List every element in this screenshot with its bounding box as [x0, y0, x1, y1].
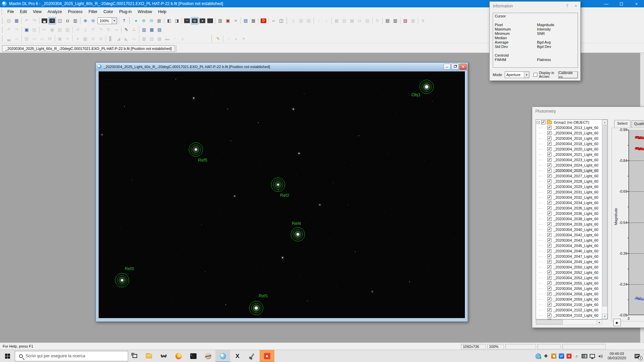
file-row[interactable]: ✓_20200304_2040_Light_60: [536, 227, 607, 232]
tree-collapse-icon[interactable]: −: [537, 121, 540, 124]
dropbox-tray-icon[interactable]: ❖: [542, 350, 550, 362]
file-row[interactable]: ✓_20200304_2043_Light_60: [536, 238, 607, 243]
free-rotate-button[interactable]: ↝: [112, 26, 120, 34]
file-label[interactable]: _20200304_2050_Light_60: [553, 265, 599, 269]
terminal-app[interactable]: >_: [186, 350, 201, 362]
mirror-horizontal-button[interactable]: ◧: [165, 17, 173, 24]
file-checkbox[interactable]: ✓: [547, 217, 551, 221]
camera-control-button[interactable]: ▣: [224, 17, 232, 24]
paste-into-button[interactable]: ▤: [56, 26, 64, 34]
file-row[interactable]: ✓_20200304_2102_Light_60: [536, 307, 607, 313]
file-checkbox[interactable]: ✓: [547, 190, 551, 194]
planetarium-app[interactable]: [201, 350, 215, 362]
pencil-button[interactable]: ✎: [122, 26, 130, 34]
file-label[interactable]: _20200304_2020_Light_60: [553, 147, 599, 151]
menu-edit[interactable]: Edit: [17, 8, 30, 15]
minimize-button[interactable]: —: [599, 0, 614, 7]
add-coordinates-button[interactable]: ±: [179, 35, 186, 42]
screen-control-button[interactable]: ▥: [216, 17, 224, 24]
toolbar-grip[interactable]: [211, 36, 213, 42]
batch-convert-button[interactable]: ↕: [323, 17, 330, 24]
table-import-button[interactable]: ▥: [140, 26, 148, 34]
file-checkbox[interactable]: ✓: [547, 201, 551, 205]
maxpoint-button[interactable]: D: [260, 17, 267, 24]
measure-distance-button[interactable]: ▭: [31, 35, 38, 42]
scroll-up-icon[interactable]: ▲: [602, 120, 607, 125]
photometry-titlebar[interactable]: Photometry: [532, 107, 644, 116]
file-row[interactable]: ✓_20200304_2055_Light_60: [536, 281, 607, 286]
file-checkbox[interactable]: ✓: [547, 131, 551, 135]
save-as-button[interactable]: ▧: [340, 17, 348, 24]
menu-window[interactable]: Window: [135, 8, 155, 15]
image-window-titlebar[interactable]: _20200304_2025_Light_60s_R_-20degC.00017…: [96, 63, 468, 71]
mode-combo[interactable]: Aperture ▼: [505, 71, 529, 78]
file-row[interactable]: ✓_20200304_2050_Light_60: [536, 264, 607, 270]
menu-analyze[interactable]: Analyze: [45, 8, 65, 15]
teamviewer-tray-icon[interactable]: ⇄: [557, 350, 565, 362]
file-label[interactable]: _20200304_2036_Light_60: [553, 212, 599, 216]
copy-button[interactable]: ▣: [23, 26, 31, 34]
file-label[interactable]: _20200304_2102_Light_60: [553, 308, 599, 312]
file-checkbox[interactable]: ✓: [547, 292, 551, 296]
file-checkbox[interactable]: ✓: [547, 222, 551, 226]
file-row[interactable]: ✓_20200304_2042_Light_60: [536, 232, 607, 238]
file-label[interactable]: _20200304_2028_Light_60: [553, 179, 599, 183]
table-export-button[interactable]: ▤: [156, 26, 163, 34]
pixel-math-button[interactable]: ▦: [250, 17, 257, 24]
file-label[interactable]: _20200304_2045_Light_60: [553, 244, 599, 248]
file-label[interactable]: _20200304_2015_Light_60: [553, 131, 599, 135]
menu-filter[interactable]: Filter: [86, 8, 101, 15]
halftone-light-button[interactable]: ▦: [140, 35, 148, 42]
file-row[interactable]: ✓_20200304_2031_Light_60: [536, 189, 607, 195]
menu-process[interactable]: Process: [65, 8, 86, 15]
arcsec-checkbox[interactable]: [533, 73, 537, 77]
file-label[interactable]: _20200304_2056_Light_60: [553, 287, 599, 291]
curve-tool-button[interactable]: ≈: [232, 17, 239, 24]
firefox-app[interactable]: [171, 350, 186, 362]
file-checkbox[interactable]: ✓: [547, 195, 551, 199]
file-row[interactable]: ✓_20200304_2100_Light_60: [536, 302, 607, 307]
print-button[interactable]: ▤: [384, 17, 391, 24]
new-document-button[interactable]: ▯: [289, 17, 297, 24]
zoom-level-combo[interactable]: 100%▼: [98, 17, 117, 24]
file-checkbox[interactable]: ✓: [547, 297, 551, 301]
help-icon[interactable]: ?: [563, 3, 572, 9]
volume-tray-icon[interactable]: ◄)): [596, 350, 604, 362]
toolbar-grip[interactable]: [286, 18, 288, 24]
blur-tool-button[interactable]: ▾: [74, 35, 82, 42]
remove-gradient-button[interactable]: ⊘: [89, 35, 97, 42]
file-label[interactable]: _20200304_2042_Light_60: [553, 233, 599, 237]
file-label[interactable]: _20200304_2024_Light_60: [553, 163, 599, 167]
file-row[interactable]: ✓_20200304_2018_Light_60: [536, 141, 607, 146]
toolbar-grip[interactable]: [129, 18, 131, 24]
start-button[interactable]: [0, 350, 15, 362]
document-tab[interactable]: _20200304_2025_Light_60s_R_-20degC.00017…: [2, 45, 175, 52]
aqua-zoom-out-button[interactable]: ⊖: [148, 17, 155, 24]
file-row[interactable]: ✓_20200304_2021_Light_60: [536, 152, 607, 157]
rotate-ccw-button[interactable]: ↶: [89, 26, 97, 34]
file-row[interactable]: ✓_20200304_2028_Light_60: [536, 179, 607, 184]
gauge-button[interactable]: ◔: [224, 35, 232, 42]
file-checkbox[interactable]: ✓: [547, 185, 551, 189]
file-checkbox[interactable]: ✓: [547, 174, 551, 178]
tab-quality[interactable]: Quality: [631, 120, 644, 128]
file-checkbox[interactable]: ✓: [547, 228, 551, 232]
bat-app[interactable]: [156, 350, 171, 362]
file-checkbox[interactable]: ✓: [547, 136, 551, 140]
toolbar-grip[interactable]: [2, 18, 4, 24]
file-row[interactable]: ✓_20200304_2046_Light_60: [536, 248, 607, 254]
file-row[interactable]: ✓_20200304_2045_Light_60: [536, 243, 607, 248]
mirror-vertical-button[interactable]: ◨: [173, 17, 181, 24]
observatory-button[interactable]: ▰: [270, 17, 277, 24]
file-label[interactable]: _20200304_2029_Light_60: [553, 185, 599, 189]
marker-pen-button[interactable]: ✎: [214, 35, 222, 42]
run-script-button[interactable]: ↯: [419, 17, 427, 24]
file-checkbox[interactable]: ✓: [547, 206, 551, 210]
menu-plugin[interactable]: Plug-in: [116, 8, 135, 15]
close-icon[interactable]: ×: [572, 3, 580, 9]
photometry-window[interactable]: Photometry −✓Group1 (no OBJECT)✓_2020030…: [532, 107, 644, 328]
menubar-grip[interactable]: [1, 9, 3, 15]
file-label[interactable]: _20200304_2025_Light_60: [553, 169, 599, 173]
print-preview-button[interactable]: ▥: [391, 17, 399, 24]
rotate-left-button[interactable]: ↺: [74, 26, 82, 34]
